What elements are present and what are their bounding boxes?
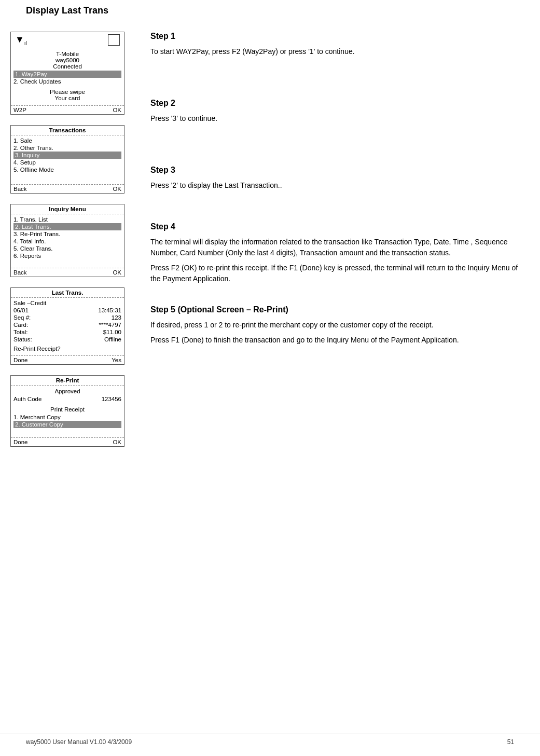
page-title: Display Last Trans — [0, 0, 540, 21]
screen3-item-5: 5. Clear Trans. — [13, 245, 121, 252]
screen5-footer-right[interactable]: OK — [113, 439, 121, 445]
screen5-auth-code-value: 123456 — [102, 396, 121, 402]
left-column: ▼ıl T-Mobileway5000Connected 1. Way2Pay … — [0, 26, 135, 462]
screen4-footer-left[interactable]: Done — [13, 357, 28, 363]
screen3-header: Inquiry Menu — [11, 204, 124, 214]
screen4-seq-label: Seq #: — [13, 314, 31, 321]
step4-title: Step 4 — [150, 222, 524, 231]
screen3-item-4: 4. Total Info. — [13, 238, 121, 245]
screen3-item-1: 1. Trans. List — [13, 216, 121, 223]
screen5-header: Re-Print — [11, 376, 124, 386]
screen4-date: 06/01 — [13, 307, 29, 313]
screen4-total-value: $11.00 — [103, 329, 121, 335]
screen5-print-receipt: Print Receipt — [13, 405, 121, 414]
screen5-item-1: 1. Merchant Copy — [13, 414, 121, 421]
step2-section: Step 2 Press '3' to continue. — [150, 99, 524, 124]
screen2-item-3: 3. Inquiry — [13, 152, 121, 159]
step4-section: Step 4 The terminal will display the inf… — [150, 222, 524, 284]
screen5: Re-Print Approved Auth Code 123456 Print… — [10, 375, 124, 447]
step1-title: Step 1 — [150, 32, 524, 41]
step4-text-1: The terminal will display the informatio… — [150, 237, 524, 258]
screen4: Last Trans. Sale –Credit 06/01 13:45:31 … — [10, 287, 124, 365]
screen5-auth-code-label: Auth Code — [13, 396, 41, 402]
screen2-item-4: 4. Setup — [13, 159, 121, 166]
screen5-footer-left[interactable]: Done — [13, 439, 28, 445]
screen2-item-5: 5. Offline Mode — [13, 166, 121, 173]
step2-text: Press '3' to continue. — [150, 113, 524, 124]
screen1-footer-right[interactable]: OK — [113, 107, 121, 113]
step1-text: To start WAY2Pay, press F2 (Way2Pay) or … — [150, 46, 524, 57]
step2-title: Step 2 — [150, 99, 524, 108]
screen3: Inquiry Menu 1. Trans. List 2. Last Tran… — [10, 204, 124, 277]
battery-icon — [108, 34, 120, 46]
menu-item-check-updates: 2. Check Updates — [13, 78, 121, 85]
step3-text: Press '2' to display the Last Transactio… — [150, 180, 524, 191]
screen3-footer-left[interactable]: Back — [13, 269, 27, 276]
screen2-footer-right[interactable]: OK — [113, 186, 121, 192]
screen5-approved: Approved — [13, 387, 121, 395]
step5-title: Step 5 (Optional Screen – Re-Print) — [150, 305, 524, 314]
screen4-card-value: ****4797 — [99, 322, 121, 328]
screen4-seq-value: 123 — [112, 314, 121, 321]
swipe-text: Please swipe Your card — [13, 88, 121, 102]
screen1-footer-left[interactable]: W2P — [13, 107, 26, 113]
screen3-item-3: 3. Re-Print Trans. — [13, 230, 121, 238]
screen2: Transactions 1. Sale 2. Other Trans. 3. … — [10, 125, 124, 194]
step3-section: Step 3 Press '2' to display the Last Tra… — [150, 166, 524, 191]
step5-section: Step 5 (Optional Screen – Re-Print) If d… — [150, 305, 524, 346]
screen4-footer-right[interactable]: Yes — [112, 357, 121, 363]
step4-text-2: Press F2 (OK) to re-print this receipt. … — [150, 263, 524, 284]
screen2-header: Transactions — [11, 126, 124, 135]
step3-title: Step 3 — [150, 166, 524, 175]
screen3-item-2: 2. Last Trans. — [13, 223, 121, 230]
screen4-status-value: Offline — [104, 336, 121, 342]
screen4-sale-type: Sale –Credit — [13, 299, 121, 307]
signal-icon: ▼ıl — [15, 34, 27, 46]
menu-item-way2pay: 1. Way2Pay — [13, 71, 121, 78]
step1-section: Step 1 To start WAY2Pay, press F2 (Way2P… — [150, 32, 524, 57]
screen3-item-6: 6. Reports — [13, 252, 121, 259]
screen2-item-2: 2. Other Trans. — [13, 144, 121, 152]
step5-text-2: Press F1 (Done) to finish the transactio… — [150, 335, 524, 346]
screen4-card-label: Card: — [13, 322, 28, 328]
step5-text-1: If desired, press 1 or 2 to re-print the… — [150, 320, 524, 331]
screen4-reprint-prompt: Re-Print Receipt? — [13, 345, 121, 352]
footer-right: 51 — [507, 738, 514, 746]
screen5-item-2: 2. Customer Copy — [13, 421, 121, 428]
page-footer: way5000 User Manual V1.00 4/3/2009 51 — [0, 734, 540, 746]
right-column: Step 1 To start WAY2Pay, press F2 (Way2P… — [135, 26, 540, 462]
screen4-header: Last Trans. — [11, 288, 124, 298]
screen2-footer-left[interactable]: Back — [13, 186, 27, 192]
screen1: ▼ıl T-Mobileway5000Connected 1. Way2Pay … — [10, 32, 124, 115]
screen4-total-label: Total: — [13, 329, 28, 335]
screen3-footer-right[interactable]: OK — [113, 269, 121, 276]
screen4-status-label: Status: — [13, 336, 32, 342]
network-info: T-Mobileway5000Connected — [13, 50, 121, 71]
screen2-item-1: 1. Sale — [13, 137, 121, 144]
footer-left: way5000 User Manual V1.00 4/3/2009 — [26, 738, 132, 746]
screen4-time: 13:45:31 — [98, 307, 121, 313]
